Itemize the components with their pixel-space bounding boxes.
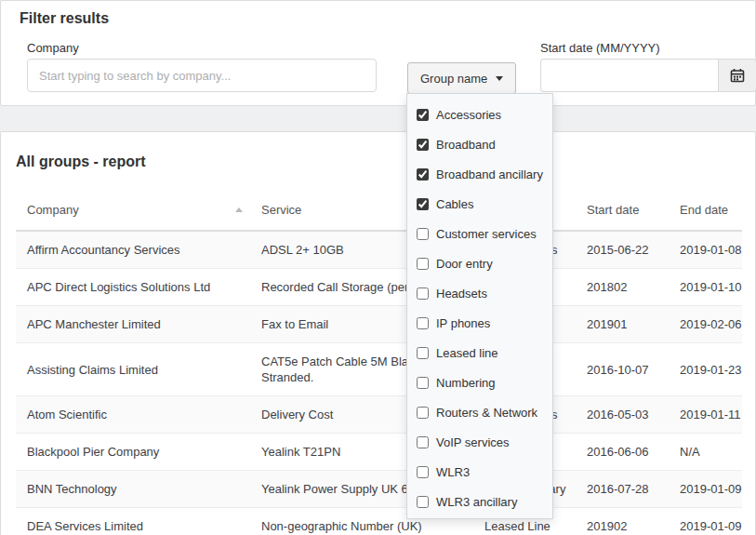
column-header-label: Start date [587,203,639,217]
calendar-picker-button[interactable] [718,59,756,92]
cell-company: DEA Services Limited [16,508,250,535]
column-header-label: Service [261,203,301,217]
group-option-numbering[interactable]: Numbering [407,368,552,397]
checkbox[interactable] [417,198,429,210]
cell-end-date: 2019-01-23 [669,343,742,396]
filter-title: Filter results [20,10,109,27]
group-option-label: Leased line [436,346,498,360]
cell-company: Blackpool Pier Company [16,434,250,471]
cell-end-date: N/A [669,434,742,471]
start-date-label: Start date (MM/YYYY) [540,41,660,55]
column-header-start-date[interactable]: Start date [576,190,669,231]
cell-end-date: 2019-01-11 [669,396,742,434]
table-header-row: Company Service Group name Start date En… [16,190,742,231]
group-option-routers-network[interactable]: Routers & Network [407,397,552,427]
checkbox[interactable] [417,288,429,300]
table-row: APC Manchester Limited Fax to Email 2019… [16,306,742,343]
cell-end-date: 2019-01-10 [669,269,742,306]
checkbox[interactable] [417,109,429,121]
caret-down-icon [496,76,503,81]
group-option-label: Accessories [436,108,501,122]
sort-asc-icon [235,207,243,212]
group-option-leased-line[interactable]: Leased line [407,338,552,368]
filter-panel: Filter results Company Group name Start … [0,0,756,106]
checkbox[interactable] [417,466,429,478]
cell-start-date: 2016-10-07 [576,343,669,396]
table-row: Atom Scientific Delivery Cost VoIP servi… [16,396,742,434]
group-option-broadband[interactable]: Broadband [407,129,552,159]
checkbox[interactable] [417,496,429,508]
checkbox[interactable] [417,168,429,181]
group-name-button-label: Group name [420,72,487,86]
checkbox[interactable] [417,436,429,448]
group-option-label: VoIP services [436,435,510,449]
column-header-label: End date [680,203,728,217]
group-option-label: WLR3 [436,465,470,479]
group-option-ip-phones[interactable]: IP phones [407,308,552,338]
company-search-input[interactable] [27,59,377,92]
column-header-company[interactable]: Company [16,190,250,231]
group-option-label: Routers & Network [436,406,537,420]
group-option-label: Broadband ancillary [436,167,543,181]
group-option-label: Cables [436,197,473,211]
cell-start-date: 2016-05-03 [576,396,669,434]
group-option-label: Customer services [436,227,537,241]
checkbox[interactable] [417,347,429,359]
checkbox[interactable] [417,377,429,389]
cell-end-date: 2019-01-08 [669,231,742,269]
cell-start-date: 2016-07-28 [576,471,669,508]
group-name-dropdown-menu: Accessories Broadband Broadband ancillar… [406,93,553,519]
group-option-label: Headsets [436,287,487,301]
table-row: APC Direct Logistics Solutions Ltd Recor… [16,269,742,306]
cell-company: APC Direct Logistics Solutions Ltd [16,269,250,306]
group-option-accessories[interactable]: Accessories [407,100,552,129]
column-header-label: Company [27,203,79,217]
group-option-label: WLR3 ancillary [436,495,517,509]
group-option-voip-services[interactable]: VoIP services [407,427,552,457]
checkbox[interactable] [417,317,429,329]
group-option-headsets[interactable]: Headsets [407,278,552,308]
cell-start-date: 2016-06-06 [576,434,669,471]
table-row: Affirm Accountancy Services ADSL 2+ 10GB… [16,231,742,269]
group-option-broadband-ancillary[interactable]: Broadband ancillary [407,159,552,189]
group-option-cables[interactable]: Cables [407,189,552,219]
cell-start-date: 201802 [576,269,669,306]
checkbox[interactable] [417,228,429,240]
checkbox[interactable] [417,407,429,419]
company-label: Company [27,41,79,55]
group-option-label: Numbering [436,376,496,390]
cell-start-date: 2015-06-22 [576,231,669,269]
cell-company: APC Manchester Limited [16,306,250,343]
table-row: Blackpool Pier Company Yealink T21PN 201… [16,434,742,471]
calendar-icon [730,68,745,83]
group-option-wlr3[interactable]: WLR3 [407,457,552,487]
report-table: Company Service Group name Start date En… [16,190,742,535]
table-row: BNN Technology Yealink Power Supply UK 6… [16,471,742,508]
cell-company: Atom Scientific [16,396,250,434]
group-option-door-entry[interactable]: Door entry [407,248,552,278]
cell-company: Assisting Claims Limited [16,343,250,396]
checkbox[interactable] [417,258,429,270]
group-option-customer-services[interactable]: Customer services [407,219,552,248]
cell-start-date: 201901 [576,306,669,343]
start-date-input[interactable] [540,59,718,92]
cell-company: BNN Technology [16,471,250,508]
cell-end-date: 2019-01-09 [669,471,742,508]
cell-company: Affirm Accountancy Services [16,231,250,269]
group-option-wlr3-ancillary[interactable]: WLR3 ancillary [407,487,552,516]
cell-start-date: 201902 [576,508,669,535]
group-option-label: IP phones [436,316,490,330]
group-option-label: Broadband [436,138,496,152]
group-option-label: Door entry [436,257,493,271]
start-date-group [540,59,756,92]
table-row: Assisting Claims Limited CAT5e Patch Cab… [16,343,742,396]
table-row: DEA Services Limited Non-geographic Numb… [16,508,742,535]
report-panel: All groups - report Company Service Grou… [0,131,756,535]
cell-end-date: 2019-01-09 [669,508,742,535]
group-name-dropdown-button[interactable]: Group name [407,62,516,94]
report-title: All groups - report [16,154,146,170]
checkbox[interactable] [417,139,429,151]
column-header-end-date[interactable]: End date [669,190,742,231]
cell-end-date: 2019-02-06 [669,306,742,343]
